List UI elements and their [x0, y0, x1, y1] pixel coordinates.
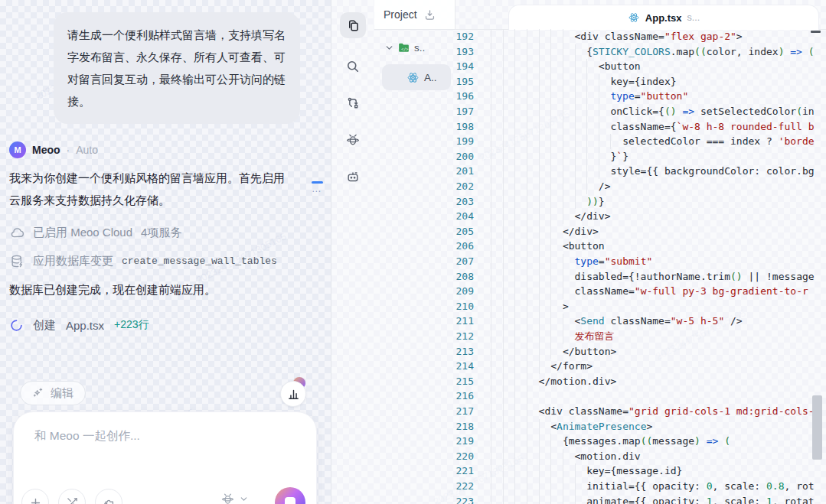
database-icon	[10, 254, 24, 268]
code-line: 198className={`w-8 h-8 rounded-full b	[455, 119, 826, 135]
code-line: 203))}	[455, 194, 826, 210]
chevron-down-icon	[384, 43, 394, 53]
tree-item-file-selected[interactable]: A..	[382, 64, 451, 90]
status-db-label: 应用数据库变更	[33, 254, 113, 268]
creating-action-label: 创建	[33, 318, 56, 333]
code-line: 218<AnimatePresence>	[455, 419, 826, 434]
code-line: 211<Send className="w-5 h-5" />	[455, 314, 826, 329]
rail-compare-button[interactable]	[340, 90, 366, 116]
edit-button[interactable]: 编辑	[20, 381, 86, 405]
code-line: 219{messages.map((message) => (	[455, 434, 826, 449]
insights-button[interactable]	[280, 381, 306, 407]
code-line: 193{STICKY_COLORS.map((color, index) => …	[455, 44, 826, 60]
assistant-mode-label: Auto	[76, 144, 98, 156]
svg-text:</>: </>	[401, 46, 409, 50]
code-line: 216	[455, 389, 826, 404]
react-atom-icon	[406, 71, 420, 84]
user-message-bubble: 请生成一个便利贴样式留言墙，支持填写名字发布留言、永久保存、所有人可查看、可对留…	[54, 12, 300, 124]
attach-button[interactable]	[21, 489, 49, 504]
bee-icon	[220, 492, 235, 504]
code-line: 206<button	[455, 239, 826, 254]
code-line: 204</div>	[455, 209, 826, 224]
puzzle-piece-icon	[103, 496, 116, 504]
sparkle-wand-icon	[32, 387, 44, 399]
bar-chart-icon	[287, 388, 300, 401]
code-line: 194<button	[455, 59, 826, 74]
edit-button-label: 编辑	[51, 386, 73, 401]
status-cloud-label: 已启用 Meoo Cloud	[33, 226, 132, 240]
composer-card: 和 Meoo 一起创作...	[13, 411, 317, 504]
stop-square-icon	[285, 497, 295, 504]
code-line: 196type="button"	[455, 89, 826, 104]
chat-panel: 请生成一个便利贴样式留言墙，支持填写名字发布留言、永久保存、所有人可查看、可对留…	[0, 0, 331, 504]
explorer-header: Project	[374, 0, 455, 30]
editor-scrollbar-thumb[interactable]	[812, 395, 822, 460]
code-line: 200}`}	[455, 149, 826, 164]
shuffle-arrows-icon	[66, 496, 79, 504]
code-line: 212发布留言	[455, 329, 826, 344]
bee-icon	[345, 132, 361, 148]
code-line: 208disabled={!authorName.trim() || !mess…	[455, 269, 826, 285]
copy-files-icon	[346, 18, 361, 33]
ide-panel: Project </> s.. A.. App.tsx s... 192<div…	[331, 0, 826, 504]
plus-icon	[29, 496, 42, 504]
folder-src-icon: </>	[397, 41, 410, 54]
code-line: 201style={{ backgroundColor: color.bg	[455, 164, 826, 179]
panel-handle-dots-icon: ⋯	[312, 186, 322, 197]
code-line: 199selectedColor === index ? 'borde	[455, 134, 826, 149]
creating-file-row[interactable]: 创建 App.tsx +223行	[10, 317, 149, 333]
assistant-name: Meoo	[32, 144, 60, 156]
bot-icon	[345, 169, 361, 184]
tree-item-label: s..	[414, 42, 425, 54]
editor-tab[interactable]: App.tsx s...	[508, 5, 819, 30]
panel-drag-handle[interactable]	[312, 181, 323, 184]
code-line: 205</div>	[455, 224, 826, 239]
code-line: 202/>	[455, 179, 826, 194]
code-line: 214</form>	[455, 359, 826, 374]
activity-rail	[331, 0, 374, 504]
rail-debug-button[interactable]	[340, 127, 366, 153]
creating-file-name: App.tsx	[66, 319, 104, 332]
code-line: 210>	[455, 299, 826, 314]
code-line: 192<div className="flex gap-2">	[455, 29, 826, 44]
code-line: 223animate={{ opacity: 1, scale: 1, rota…	[455, 494, 826, 504]
status-cloud-badge: 4项服务	[141, 226, 181, 240]
assistant-separator: ·	[67, 144, 70, 156]
download-icon[interactable]	[423, 8, 436, 21]
react-atom-icon	[628, 11, 640, 24]
status-db-code: create_message_wall_tables	[122, 255, 277, 267]
code-line: 213</button>	[455, 344, 826, 359]
rail-files-button[interactable]	[340, 12, 366, 38]
code-line: 197onClick={() => setSelectedColor(in	[455, 104, 826, 119]
assistant-paragraph: 数据库已创建完成，现在创建前端应用。	[9, 278, 315, 301]
tab-file-name: App.tsx	[645, 12, 682, 24]
status-cloud-row[interactable]: 已启用 Meoo Cloud 4项服务	[10, 224, 181, 241]
status-db-row[interactable]: 应用数据库变更 create_message_wall_tables	[10, 252, 277, 269]
chevron-down-icon	[239, 494, 249, 504]
search-icon	[345, 59, 361, 74]
spinner-icon	[10, 319, 23, 332]
extensions-button[interactable]	[95, 489, 122, 504]
code-line: 220<motion.div	[455, 449, 826, 464]
stop-generation-button[interactable]	[275, 487, 305, 504]
diff-added-lines: +223行	[114, 318, 149, 332]
code-line: 209className="w-full py-3 bg-gradient-to…	[455, 284, 826, 299]
explorer-title: Project	[384, 8, 417, 21]
compare-changes-icon	[345, 96, 361, 111]
code-line: 207type="submit"	[455, 254, 826, 269]
shuffle-button[interactable]	[58, 489, 86, 504]
assistant-header: M Meoo · Auto	[9, 141, 98, 158]
tab-suffix: s...	[687, 12, 700, 23]
model-selector[interactable]	[220, 492, 249, 504]
assistant-paragraph: 我来为你创建一个便利贴风格的留言墙应用。首先启用云服务来支持数据持久化存储。	[9, 167, 294, 211]
composer-input[interactable]: 和 Meoo 一起创作...	[34, 428, 140, 444]
code-line: 195key={index}	[455, 74, 826, 89]
meoo-avatar: M	[9, 141, 26, 158]
rail-search-button[interactable]	[340, 54, 366, 80]
rail-bot-button[interactable]	[340, 164, 366, 190]
cloud-icon	[10, 226, 24, 240]
tree-item-label: A..	[424, 72, 437, 83]
code-editor[interactable]: 192<div className="flex gap-2">193{STICK…	[455, 29, 826, 504]
code-line: 217<div className="grid grid-cols-1 md:g…	[455, 404, 826, 419]
tree-item-folder[interactable]: </> s..	[374, 38, 455, 57]
